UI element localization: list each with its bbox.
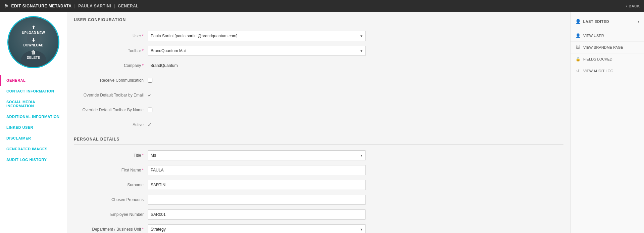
title-label: Title* [74, 153, 148, 158]
company-value: BrandQuantum [148, 62, 180, 69]
override-email-checkbox-wrapper: ✓ [148, 92, 152, 98]
surname-label: Surname [74, 183, 148, 187]
upload-label: UPLOAD NEW [22, 31, 45, 35]
toolbar-label: Toolbar* [74, 48, 148, 53]
sidebar-nav: GENERAL CONTACT INFORMATION SOCIAL MEDIA… [0, 72, 67, 168]
upload-new-button[interactable]: ⬆ UPLOAD NEW [22, 25, 45, 35]
user-row: User* Paula Sartini [paula.sartini@brand… [74, 31, 563, 41]
dept-select-wrapper: Strategy ▼ [148, 224, 366, 233]
first-name-label: First Name* [74, 168, 148, 172]
download-label: DOWNLOAD [23, 43, 44, 47]
back-button[interactable]: ‹ BACK [626, 4, 640, 8]
active-checkbox-wrapper: ✓ [148, 122, 152, 127]
employee-number-input[interactable] [148, 209, 366, 220]
sidebar: ⬆ UPLOAD NEW ⬇ DOWNLOAD 🗑 DELETE GENERAL… [0, 12, 67, 233]
receive-comm-row: Receive Communication [74, 75, 563, 86]
right-panel-chevron: › [638, 20, 639, 24]
override-email-checkmark: ✓ [148, 92, 152, 98]
view-audit-log-label: VIEW AUDIT LOG [583, 69, 613, 73]
receive-comm-label: Receive Communication [74, 78, 148, 83]
sidebar-item-images[interactable]: GENERATED IMAGES [0, 144, 67, 154]
active-row: Active ✓ [74, 119, 563, 130]
right-panel-title: LAST EDITED [583, 20, 609, 24]
view-user-label: VIEW USER [583, 34, 604, 38]
delete-label: DELETE [27, 56, 40, 60]
pronouns-input[interactable] [148, 195, 366, 205]
user-config-form: User* Paula Sartini [paula.sartini@brand… [74, 31, 563, 130]
user-select[interactable]: Paula Sartini [paula.sartini@brandquantu… [148, 31, 366, 41]
toolbar-select[interactable]: BrandQuantum Mail [148, 46, 366, 56]
user-select-wrapper: Paula Sartini [paula.sartini@brandquantu… [148, 31, 366, 41]
flag-icon: ⚑ [4, 3, 9, 9]
delete-button[interactable]: 🗑 DELETE [27, 50, 40, 60]
separator2: | [114, 4, 115, 8]
toolbar-select-wrapper: BrandQuantum Mail ▼ [148, 46, 366, 56]
active-label: Active [74, 122, 148, 127]
right-panel-header: 👤 LAST EDITED › [571, 16, 644, 27]
avatar[interactable]: ⬆ UPLOAD NEW ⬇ DOWNLOAD 🗑 DELETE [7, 16, 59, 68]
right-panel: 👤 LAST EDITED › 👤 VIEW USER 🖼 VIEW BRAND… [570, 12, 644, 233]
breadcrumb-section: GENERAL [118, 4, 139, 8]
override-name-row: Override Default Toolbar By Name [74, 105, 563, 115]
lock-icon: 🔒 [575, 57, 581, 62]
pronouns-row: Chosen Pronouns [74, 194, 563, 205]
sidebar-item-audit[interactable]: AUDIT LOG HISTORY [0, 154, 67, 165]
receive-comm-checkbox[interactable] [148, 78, 152, 83]
view-brandme-button[interactable]: 🖼 VIEW BRANDME PAGE [571, 42, 644, 53]
dept-label: Department / Business Unit* [74, 227, 148, 232]
toolbar-row: Toolbar* BrandQuantum Mail ▼ [74, 45, 563, 56]
page-header: ⚑ EDIT SIGNATURE METADATA | PAULA SARTIN… [0, 0, 644, 12]
company-label: Company* [74, 63, 148, 68]
dept-select[interactable]: Strategy [148, 224, 366, 233]
sidebar-item-disclaimer[interactable]: DISCLAIMER [0, 133, 67, 144]
receive-comm-checkbox-wrapper [148, 78, 152, 83]
chevron-left-icon: ‹ [626, 4, 627, 8]
dept-row: Department / Business Unit* Strategy ▼ [74, 224, 563, 233]
view-user-button[interactable]: 👤 VIEW USER [571, 30, 644, 42]
section-title-personal: PERSONAL DETAILS [74, 137, 563, 145]
override-email-label: Override Default Toolbar by Email [74, 93, 148, 98]
sidebar-item-social[interactable]: SOCIAL MEDIA INFORMATION [0, 96, 67, 111]
back-label: BACK [629, 4, 640, 8]
sidebar-item-additional[interactable]: ADDITIONAL INFORMATION [0, 111, 67, 122]
trash-icon: 🗑 [31, 50, 36, 55]
company-row: Company* BrandQuantum [74, 60, 563, 71]
first-name-input[interactable] [148, 165, 366, 175]
override-email-row: Override Default Toolbar by Email ✓ [74, 90, 563, 101]
breadcrumb-user: PAULA SARTINI [78, 4, 111, 8]
download-button[interactable]: ⬇ DOWNLOAD [23, 37, 44, 47]
override-name-checkbox[interactable] [148, 108, 152, 112]
surname-row: Surname [74, 180, 563, 190]
employee-number-row: Employee Number [74, 209, 563, 220]
header-title: EDIT SIGNATURE METADATA [11, 4, 72, 8]
title-row: Title* Ms Mr Dr ▼ [74, 150, 563, 161]
fields-locked-label: FIELDS LOCKED [583, 57, 612, 61]
content-area: USER CONFIGURATION User* Paula Sartini [… [67, 12, 570, 233]
section-title-user-config: USER CONFIGURATION [74, 17, 563, 25]
title-select-wrapper: Ms Mr Dr ▼ [148, 150, 366, 160]
brandme-icon: 🖼 [575, 45, 581, 50]
employee-number-label: Employee Number [74, 212, 148, 217]
view-audit-log-button[interactable]: ↺ VIEW AUDIT LOG [571, 65, 644, 77]
active-checkmark: ✓ [148, 122, 152, 127]
avatar-overlay: ⬆ UPLOAD NEW ⬇ DOWNLOAD 🗑 DELETE [8, 17, 58, 67]
fields-locked-button[interactable]: 🔒 FIELDS LOCKED [571, 53, 644, 65]
main-layout: ⬆ UPLOAD NEW ⬇ DOWNLOAD 🗑 DELETE GENERAL… [0, 12, 644, 233]
pronouns-label: Chosen Pronouns [74, 197, 148, 202]
download-icon: ⬇ [32, 37, 36, 43]
separator: | [74, 4, 76, 8]
override-name-label: Override Default Toolbar By Name [74, 108, 148, 112]
history-icon: ↺ [575, 69, 581, 73]
first-name-row: First Name* [74, 165, 563, 176]
sidebar-item-contact[interactable]: CONTACT INFORMATION [0, 86, 67, 96]
personal-details-form: Title* Ms Mr Dr ▼ First Name* [74, 150, 563, 233]
view-brandme-label: VIEW BRANDME PAGE [583, 45, 623, 49]
title-select[interactable]: Ms Mr Dr [148, 150, 366, 160]
sidebar-item-general[interactable]: GENERAL [0, 75, 67, 86]
user-icon: 👤 [575, 33, 581, 38]
person-icon: 👤 [575, 19, 581, 24]
upload-icon: ⬆ [32, 25, 36, 30]
override-name-checkbox-wrapper [148, 108, 152, 112]
sidebar-item-linked[interactable]: LINKED USER [0, 122, 67, 133]
surname-input[interactable] [148, 180, 366, 190]
